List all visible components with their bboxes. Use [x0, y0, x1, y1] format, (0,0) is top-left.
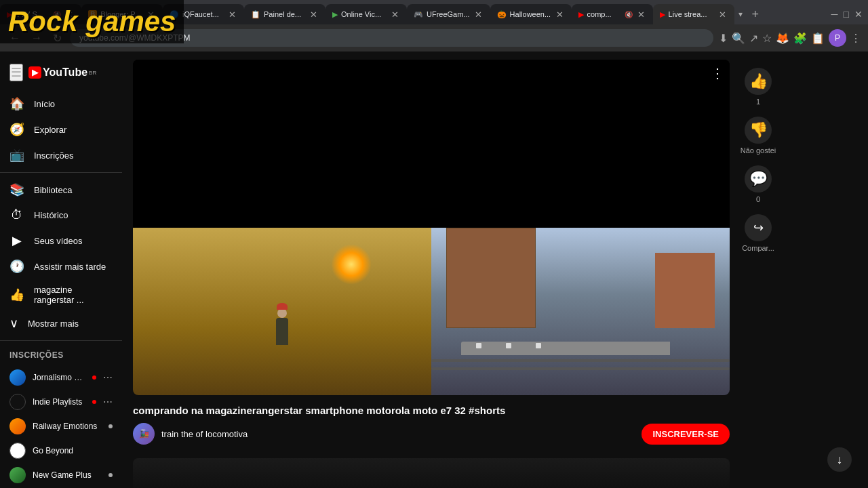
tab-ufreegam-close[interactable]: ✕ [473, 9, 484, 20]
sidebar-item-seus-videos[interactable]: ▶ Seus vídeos [0, 228, 122, 253]
library-icon: 📚 [9, 182, 24, 197]
dislike-label: Não gostei [741, 146, 776, 155]
zoom-button[interactable]: 🔍 [732, 32, 745, 45]
video-more-button[interactable]: ⋮ [711, 65, 724, 81]
video-info: comprando na magazinerangerstar smartpho… [133, 395, 730, 453]
maximize-button[interactable]: □ [844, 9, 849, 20]
minimize-button[interactable]: ─ [831, 9, 838, 20]
download-button[interactable]: ⬇ [719, 32, 728, 45]
tab-iqfaucet-title: iQFaucet... [182, 10, 224, 18]
sidebar-item-magazine-label: magazine rangerstar ... [34, 285, 113, 305]
scroll-to-bottom-button[interactable]: ↓ [827, 447, 852, 472]
jornalismo-badge [92, 375, 96, 380]
tab-livestream[interactable]: ▶ Live strea... ✕ [653, 4, 734, 24]
video-bottom-half [133, 228, 730, 396]
next-video-preview[interactable] [133, 458, 730, 488]
channel-avatar[interactable]: 🚂 [133, 423, 155, 445]
tab-livestream-close[interactable]: ✕ [717, 9, 728, 20]
sidebar-item-explorar-label: Explorar [34, 125, 66, 135]
tab-online-vic-close[interactable]: ✕ [390, 9, 400, 20]
gobeyond-avatar [9, 443, 26, 459]
show-more-button[interactable]: ∨ Mostrar mais [0, 310, 122, 336]
train-window-3 [536, 343, 541, 348]
indie-name: Indie Playlists [33, 397, 85, 407]
tab-halloween-favicon: 🎃 [497, 10, 507, 19]
tab-ufreegam[interactable]: 🎮 UFreeGam... ✕ [407, 4, 490, 24]
channel-name[interactable]: train the of locomotiva [161, 429, 635, 439]
tab-halloween[interactable]: 🎃 Halloween... ✕ [490, 4, 572, 24]
subscription-item-jornalismo[interactable]: Jornalismo VTV ⋯ [0, 365, 122, 390]
tab-online-vic[interactable]: ▶ Online Vic... ✕ [326, 4, 407, 24]
tab-comp[interactable]: ▶ comp... 🔇 ✕ [572, 4, 653, 24]
share-label: Compar... [742, 244, 774, 252]
subscribe-button[interactable]: INSCREVER-SE [642, 424, 730, 445]
sidebar-item-biblioteca[interactable]: 📚 Biblioteca [0, 177, 122, 203]
sidebar-item-historico[interactable]: ⏱ Histórico [0, 203, 122, 228]
tab-overflow[interactable]: ▾ [734, 9, 747, 19]
close-button[interactable]: ✕ [854, 9, 863, 20]
tab-painel-close[interactable]: ✕ [309, 9, 319, 20]
subscriptions-section-title: INSCRIÇÕES [0, 345, 122, 365]
your-videos-icon: ▶ [9, 233, 24, 248]
subscription-item-indie[interactable]: Indie Playlists ⋯ [0, 390, 122, 414]
indie-avatar [9, 394, 26, 410]
gobeyond-name: Go Beyond [33, 446, 113, 455]
main-content: ⋮ comprando na magazinerangerstar smartp… [122, 52, 868, 488]
browser-menu-button[interactable]: ⋮ [850, 32, 861, 45]
person-silhouette [276, 302, 288, 345]
dislike-button[interactable]: 👎 Não gostei [741, 117, 776, 155]
youtube-logo[interactable]: ▶ YouTube BR [28, 66, 96, 79]
browser-user-avatar[interactable]: P [829, 29, 846, 47]
history-icon: ⏱ [9, 208, 24, 222]
extension1-button[interactable]: 🦊 [776, 32, 789, 45]
comment-icon: 💬 [745, 165, 772, 192]
sidebar-item-inicio[interactable]: 🏠 Início [0, 91, 122, 117]
new-tab-button[interactable]: + [747, 7, 765, 22]
video-top-half [133, 60, 730, 228]
youtube-container: ☰ ▶ YouTube BR 🏠 Início 🧭 Explorar 📺 Ins… [0, 52, 868, 488]
comment-button[interactable]: 💬 0 [745, 165, 772, 203]
tab-iqfaucet-close[interactable]: ✕ [227, 9, 237, 20]
share-button[interactable]: ↪ Compar... [742, 214, 774, 252]
newgame-name: New Game Plus [33, 470, 102, 480]
sidebar-item-magazine[interactable]: 👍 magazine rangerstar ... [0, 279, 122, 310]
sun [331, 244, 372, 285]
tab-painel[interactable]: 📋 Painel de... ✕ [244, 4, 326, 24]
sidebar-item-assistir-mais-tarde[interactable]: 🕐 Assistir mais tarde [0, 253, 122, 279]
sidebar-item-inscricoes-label: Inscrições [34, 150, 74, 161]
show-more-label: Mostrar mais [28, 319, 79, 329]
subscription-item-gobeyond[interactable]: Go Beyond [0, 439, 122, 463]
youtube-logo-country: BR [89, 70, 96, 76]
share-icon: ↪ [745, 214, 772, 241]
person-head [277, 308, 287, 318]
subscription-item-newgame[interactable]: New Game Plus [0, 463, 122, 487]
train-track-2 [431, 367, 730, 370]
tab-halloween-close[interactable]: ✕ [555, 9, 565, 20]
video-player[interactable]: ⋮ [133, 60, 730, 395]
tab-comp-title: comp... [587, 10, 621, 18]
building-2 [655, 253, 715, 328]
sidebar-item-explorar[interactable]: 🧭 Explorar [0, 117, 122, 142]
train [461, 342, 670, 355]
sidebar-item-seus-videos-label: Seus vídeos [34, 236, 83, 246]
tab-comp-close[interactable]: ✕ [636, 9, 646, 20]
tab-livestream-title: Live strea... [669, 10, 714, 18]
tab-comp-favicon: ▶ [578, 10, 584, 19]
bookmark-button[interactable]: ☆ [762, 32, 772, 45]
extension3-button[interactable]: 📋 [811, 32, 825, 45]
like-button[interactable]: 👍 1 [745, 68, 772, 106]
channel-avatar-image: 🚂 [133, 423, 155, 445]
tab-ufreegam-title: UFreeGam... [427, 10, 470, 18]
extension2-button[interactable]: 🧩 [793, 32, 807, 45]
share-tab-button[interactable]: ↗ [749, 32, 758, 45]
sidebar-item-inscricoes[interactable]: 📺 Inscrições [0, 142, 122, 168]
home-icon: 🏠 [9, 96, 24, 111]
train-window-1 [476, 343, 481, 348]
subscription-item-railway[interactable]: Railway Emotions [0, 414, 122, 439]
watch-later-icon: 🕐 [9, 259, 24, 274]
video-title: comprando na magazinerangerstar smartpho… [133, 403, 730, 418]
indie-dots[interactable]: ⋯ [103, 396, 113, 407]
jornalismo-dots[interactable]: ⋯ [103, 372, 113, 383]
browser-actions: ⬇ 🔍 ↗ ☆ 🦊 🧩 📋 P ⋮ [719, 29, 861, 47]
hamburger-menu[interactable]: ☰ [9, 64, 23, 81]
